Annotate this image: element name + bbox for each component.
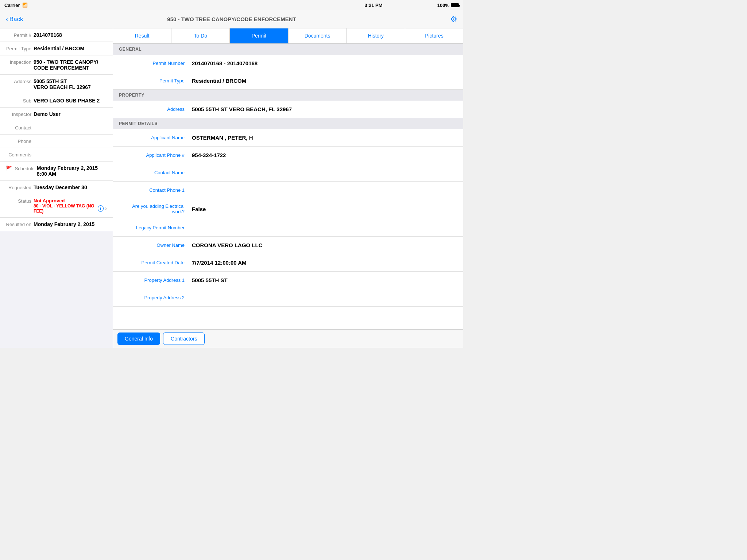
info-icon[interactable]: i	[98, 205, 104, 212]
tab-permit[interactable]: Permit	[230, 28, 288, 43]
applicant-phone-value: 954-324-1722	[192, 152, 457, 158]
schedule-row: 🚩 Schedule Monday February 2, 2015 8:00 …	[0, 162, 113, 181]
schedule-value: Monday February 2, 2015 8:00 AM	[37, 165, 107, 177]
tab-documents[interactable]: Documents	[289, 28, 347, 43]
tab-todo[interactable]: To Do	[171, 28, 230, 43]
tab-pictures[interactable]: Pictures	[405, 28, 463, 43]
schedule-label: 🚩 Schedule	[6, 166, 35, 171]
permit-created-date-value: 7/7/2014 12:00:00 AM	[192, 260, 457, 266]
property-address1-field: Property Address 1 5005 55TH ST	[113, 272, 463, 289]
right-panel: Result To Do Permit Documents History Pi…	[113, 28, 463, 348]
phone-label: Phone	[6, 139, 31, 144]
inspection-row: Inspection 950 - TWO TREE CANOPY/CODE EN…	[0, 55, 113, 75]
requested-label: Requested	[6, 185, 31, 190]
inspector-row: Inspector Demo User	[0, 108, 113, 121]
comments-row: Comments	[0, 148, 113, 162]
status-row: Status Not Approved 80 - VIOL - YELLOW T…	[0, 194, 113, 218]
permit-type-field-value: Residential / BRCOM	[192, 78, 457, 84]
legacy-permit-field: Legacy Permit Number	[113, 219, 463, 237]
contact-phone1-label: Contact Phone 1	[119, 187, 192, 193]
permit-number-row: Permit # 2014070168	[0, 28, 113, 42]
address-row: Address 5005 55TH ST VERO BEACH FL 32967	[0, 75, 113, 94]
back-button[interactable]: ‹ Back	[6, 16, 23, 23]
applicant-name-value: OSTERMAN , PETER, H	[192, 135, 457, 141]
address-field: Address 5005 55TH ST VERO BEACH, FL 3296…	[113, 101, 463, 118]
content-area: GENERAL Permit Number 2014070168 - 20140…	[113, 44, 463, 329]
status-label: Status	[6, 198, 31, 204]
status-bar-left: Carrier 📶	[4, 3, 28, 8]
permit-type-label: Permit Type	[6, 46, 31, 51]
main-layout: Permit # 2014070168 Permit Type Resident…	[0, 28, 463, 348]
contractors-button[interactable]: Contractors	[163, 332, 205, 345]
resulted-on-label: Resulted on	[6, 222, 31, 227]
permit-type-row: Permit Type Residential / BRCOM	[0, 42, 113, 55]
property-address1-value: 5005 55TH ST	[192, 277, 457, 283]
property-address1-label: Property Address 1	[119, 277, 192, 283]
status-not-approved: Not Approved	[34, 198, 107, 203]
chevron-right-icon: ›	[105, 205, 107, 212]
electrical-field: Are you adding Electricalwork? False	[113, 199, 463, 219]
tab-history[interactable]: History	[347, 28, 405, 43]
header: ‹ Back 950 - TWO TREE CANOPY/CODE ENFORC…	[0, 10, 463, 28]
tab-result[interactable]: Result	[113, 28, 171, 43]
status-bar-right: 100%	[437, 3, 459, 8]
sub-row: Sub VERO LAGO SUB PHASE 2	[0, 94, 113, 108]
sub-value: VERO LAGO SUB PHASE 2	[34, 98, 107, 104]
owner-name-label: Owner Name	[119, 242, 192, 248]
applicant-phone-field: Applicant Phone # 954-324-1722	[113, 147, 463, 164]
applicant-name-field: Applicant Name OSTERMAN , PETER, H	[113, 129, 463, 147]
contact-name-field: Contact Name	[113, 164, 463, 182]
inspector-label: Inspector	[6, 112, 31, 117]
address-label: Address	[6, 79, 31, 84]
permit-number-field: Permit Number 2014070168 - 2014070168	[113, 55, 463, 72]
inspection-label: Inspection	[6, 59, 31, 65]
permit-type-field: Permit Type Residential / BRCOM	[113, 72, 463, 90]
carrier-label: Carrier	[4, 3, 20, 8]
bottom-bar: General Info Contractors	[113, 329, 463, 348]
address-field-label: Address	[119, 106, 192, 112]
permit-number-label: Permit #	[6, 32, 31, 38]
left-panel: Permit # 2014070168 Permit Type Resident…	[0, 28, 113, 348]
general-info-button[interactable]: General Info	[117, 332, 160, 345]
permit-number-field-value: 2014070168 - 2014070168	[192, 60, 457, 66]
general-section-header: GENERAL	[113, 44, 463, 55]
permit-type-field-label: Permit Type	[119, 78, 192, 83]
status-bar-time: 3:21 PM	[364, 3, 382, 8]
battery-icon	[451, 3, 459, 7]
property-address2-field: Property Address 2	[113, 289, 463, 307]
tab-row: Result To Do Permit Documents History Pi…	[113, 28, 463, 44]
permit-created-date-field: Permit Created Date 7/7/2014 12:00:00 AM	[113, 254, 463, 272]
comments-label: Comments	[6, 152, 31, 158]
back-chevron-icon: ‹	[6, 16, 8, 23]
permit-number-value: 2014070168	[34, 32, 107, 38]
property-section-header: PROPERTY	[113, 90, 463, 101]
back-label: Back	[9, 16, 23, 23]
wifi-icon: 📶	[22, 3, 28, 8]
resulted-on-value: Monday February 2, 2015	[34, 221, 107, 227]
status-bar: Carrier 📶 3:21 PM 100%	[0, 0, 463, 10]
contact-row: Contact	[0, 121, 113, 135]
requested-row: Requested Tuesday December 30	[0, 181, 113, 194]
contact-label: Contact	[6, 125, 31, 131]
address-field-value: 5005 55TH ST VERO BEACH, FL 32967	[192, 106, 457, 112]
permit-number-field-label: Permit Number	[119, 61, 192, 66]
permit-type-value: Residential / BRCOM	[34, 46, 107, 51]
requested-value: Tuesday December 30	[34, 184, 107, 190]
legacy-permit-label: Legacy Permit Number	[119, 225, 192, 230]
phone-row: Phone	[0, 135, 113, 148]
resulted-on-row: Resulted on Monday February 2, 2015	[0, 218, 113, 231]
settings-gear-icon[interactable]: ⚙	[450, 15, 457, 24]
owner-name-value: CORONA VERO LAGO LLC	[192, 242, 457, 248]
applicant-phone-label: Applicant Phone #	[119, 152, 192, 158]
permit-details-section-header: PERMIT DETAILS	[113, 118, 463, 129]
inspection-value: 950 - TWO TREE CANOPY/CODE ENFORCEMENT	[34, 59, 107, 71]
property-address2-label: Property Address 2	[119, 295, 192, 300]
contact-phone1-field: Contact Phone 1	[113, 182, 463, 199]
status-code: 80 - VIOL - YELLOW TAG (NO FEE)	[34, 203, 96, 214]
battery-percent: 100%	[437, 3, 449, 8]
inspector-value: Demo User	[34, 111, 107, 117]
applicant-name-label: Applicant Name	[119, 135, 192, 140]
owner-name-field: Owner Name CORONA VERO LAGO LLC	[113, 237, 463, 254]
status-value: Not Approved 80 - VIOL - YELLOW TAG (NO …	[34, 198, 107, 214]
electrical-label: Are you adding Electricalwork?	[119, 203, 192, 214]
